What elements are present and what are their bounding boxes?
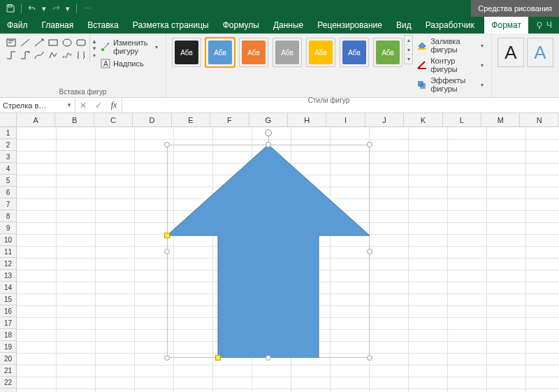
cells-area[interactable] — [17, 127, 559, 392]
tab-page-layout[interactable]: Разметка страницы — [126, 17, 216, 34]
row-header[interactable]: 11 — [0, 246, 16, 258]
resize-handle-sw[interactable] — [164, 355, 170, 361]
shape-rounded-rect-icon[interactable] — [75, 38, 87, 48]
edit-shape-button[interactable]: Изменить фигуру ▾ — [99, 38, 160, 56]
column-header[interactable]: D — [133, 113, 171, 126]
shape-style-thumb[interactable]: Абв — [273, 38, 302, 67]
shape-oval-icon[interactable] — [61, 38, 73, 48]
tab-data[interactable]: Данные — [266, 17, 310, 34]
shape-line-icon[interactable] — [20, 38, 31, 48]
column-header[interactable]: H — [288, 113, 326, 126]
fx-icon[interactable]: fx — [106, 100, 122, 110]
shape-brace-icon[interactable] — [75, 50, 87, 60]
name-box[interactable]: Стрелка в… ▼ — [0, 98, 75, 112]
row-header[interactable]: 17 — [0, 317, 16, 329]
resize-handle-ne[interactable] — [367, 142, 372, 147]
shape-connector-elbow-arrow-icon[interactable] — [20, 50, 31, 60]
adjust-handle-1[interactable] — [164, 233, 170, 238]
tab-home[interactable]: Главная — [35, 17, 81, 34]
shape-curve-icon[interactable] — [34, 50, 45, 60]
column-header[interactable]: G — [249, 113, 288, 126]
shapes-gallery[interactable] — [4, 35, 88, 63]
save-icon[interactable] — [6, 3, 15, 13]
row-header[interactable]: 13 — [0, 270, 16, 282]
resize-handle-se[interactable] — [367, 355, 372, 361]
column-header[interactable]: K — [404, 113, 442, 126]
shape-styles-more[interactable]: ▴ ▾ ▾ — [404, 35, 413, 64]
shape-connector-elbow-icon[interactable] — [6, 50, 17, 60]
shape-line-arrow-icon[interactable] — [34, 38, 45, 48]
qat-customize-icon[interactable]: ▾ — [65, 3, 71, 13]
gallery-expand-icon[interactable]: ▾ — [405, 55, 412, 64]
tab-developer[interactable]: Разработчик — [419, 17, 481, 34]
shape-style-thumb[interactable]: Абв — [340, 38, 369, 67]
shape-style-thumb[interactable]: Абв — [306, 38, 335, 67]
shape-textbox-icon[interactable] — [6, 38, 17, 48]
tab-view[interactable]: Вид — [389, 17, 419, 34]
worksheet[interactable]: ABCDEFGHIJKLMN 1234567891011121314151617… — [0, 113, 559, 392]
redo-icon[interactable] — [51, 3, 61, 13]
row-header[interactable]: 7 — [0, 198, 16, 210]
resize-handle-w[interactable] — [164, 249, 170, 254]
tab-format[interactable]: Формат — [484, 17, 528, 34]
row-header[interactable]: 21 — [0, 365, 16, 377]
resize-handle-n[interactable] — [266, 142, 271, 147]
touch-mode-icon[interactable]: ⋯ — [82, 3, 92, 13]
shape-scribble-icon[interactable] — [61, 50, 73, 60]
chevron-down-icon[interactable]: ▼ — [66, 102, 72, 108]
column-header[interactable]: F — [210, 113, 249, 126]
formula-input[interactable] — [122, 98, 559, 112]
row-header[interactable]: 8 — [0, 210, 16, 222]
rotation-handle[interactable] — [265, 129, 272, 136]
shape-style-thumb[interactable]: Абв — [172, 38, 201, 67]
wordart-style-1[interactable]: A — [498, 38, 524, 67]
column-header[interactable]: E — [172, 113, 210, 126]
gallery-expand-icon[interactable]: ▾ — [92, 52, 97, 59]
shape-outline-button[interactable]: Контур фигуры ▾ — [414, 56, 486, 74]
gallery-down-icon[interactable]: ▾ — [405, 45, 412, 55]
resize-handle-e[interactable] — [367, 249, 372, 254]
tab-file[interactable]: Файл — [0, 17, 35, 34]
row-header[interactable]: 16 — [0, 305, 16, 317]
shape-freeform-icon[interactable] — [48, 50, 59, 60]
gallery-down-icon[interactable]: ▼ — [92, 45, 97, 52]
row-header[interactable]: 3 — [0, 151, 16, 163]
enter-icon[interactable]: ✓ — [91, 101, 106, 110]
shape-effects-button[interactable]: Эффекты фигуры ▾ — [414, 75, 486, 94]
tab-tell-me[interactable]: Ч — [528, 17, 559, 34]
row-header[interactable]: 14 — [0, 282, 16, 293]
gallery-up-icon[interactable]: ▴ — [405, 36, 412, 45]
row-header[interactable]: 15 — [0, 293, 16, 305]
column-header[interactable]: C — [94, 113, 133, 126]
shape-rectangle-icon[interactable] — [48, 38, 59, 48]
column-header[interactable]: B — [55, 113, 94, 126]
cancel-icon[interactable]: ✕ — [75, 101, 91, 110]
column-header[interactable]: N — [520, 113, 558, 126]
row-header[interactable]: 18 — [0, 329, 16, 341]
shape-style-thumb[interactable]: Абв — [239, 38, 268, 67]
shape-fill-button[interactable]: Заливка фигуры ▾ — [414, 36, 486, 55]
column-header[interactable]: L — [443, 113, 481, 126]
tab-formulas[interactable]: Формулы — [216, 17, 266, 34]
tab-insert[interactable]: Вставка — [80, 17, 126, 34]
tab-review[interactable]: Рецензирование — [310, 17, 389, 34]
row-header[interactable]: 4 — [0, 163, 16, 175]
up-arrow-shape[interactable] — [167, 145, 370, 358]
row-header[interactable]: 19 — [0, 341, 16, 353]
shape-style-thumb[interactable]: Абв — [373, 38, 402, 67]
row-header[interactable]: 2 — [0, 139, 16, 151]
row-header[interactable]: 5 — [0, 175, 16, 187]
row-header[interactable]: 6 — [0, 187, 16, 198]
resize-handle-nw[interactable] — [164, 142, 170, 147]
column-header[interactable]: J — [365, 113, 404, 126]
shape-selection[interactable] — [167, 145, 370, 358]
row-header[interactable]: 9 — [0, 222, 16, 234]
shapes-gallery-more[interactable]: ▲ ▼ ▾ — [89, 35, 97, 61]
shape-style-thumb[interactable]: Абв — [205, 38, 235, 67]
select-all-corner[interactable] — [0, 113, 17, 127]
adjust-handle-2[interactable] — [215, 355, 221, 361]
shape-styles-gallery[interactable]: АбвАбвАбвАбвАбвАбвАбв — [170, 35, 404, 70]
row-header[interactable]: 1 — [0, 127, 16, 139]
undo-icon[interactable] — [27, 3, 37, 13]
row-header[interactable]: 10 — [0, 234, 16, 246]
